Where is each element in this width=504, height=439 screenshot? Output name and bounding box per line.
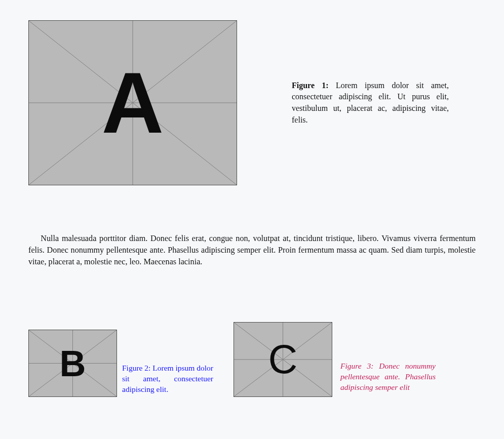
- figure-3-caption: Figure 3: Donec nonummy pellentesque ant…: [340, 361, 436, 397]
- body-paragraph: Nulla malesuada porttitor diam. Donec fe…: [28, 233, 476, 268]
- figure-1-caption: Figure 1: Lorem ipsum dolor sit amet, co…: [292, 80, 449, 126]
- figure-3-block: C Figure 3: Donec nonummy pellentesque a…: [234, 322, 436, 397]
- figure-1-label: Figure 1:: [292, 81, 329, 90]
- figure-3-letter: C: [268, 339, 298, 380]
- document-page: A Figure 1: Lorem ipsum dolor sit amet, …: [0, 0, 504, 439]
- figure-2-letter: B: [60, 345, 86, 382]
- figure-3-placeholder: C: [234, 322, 332, 397]
- figure-1-row: A Figure 1: Lorem ipsum dolor sit amet, …: [28, 20, 476, 185]
- figure-1-letter: A: [102, 60, 164, 146]
- figure-1-placeholder: A: [28, 20, 237, 185]
- figure-3-label: Figure 3:: [340, 362, 373, 370]
- figure-row-2: B Figure 2: Lorem ipsum dolor sit amet, …: [28, 292, 476, 397]
- figure-2-caption: Figure 2: Lorem ipsum dolor sit amet, co…: [122, 363, 213, 397]
- figure-2-placeholder: B: [28, 330, 117, 397]
- figure-2-label: Figure 2:: [122, 364, 150, 372]
